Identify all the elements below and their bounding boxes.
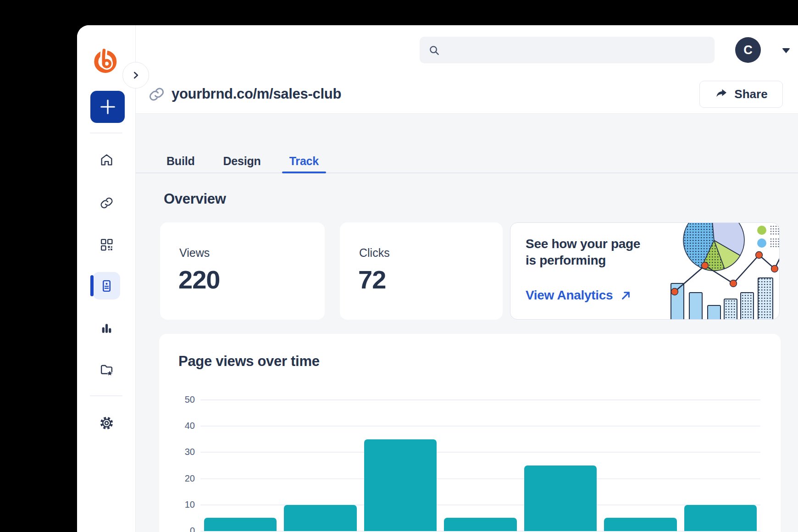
chart-bar — [604, 518, 676, 531]
search-icon — [428, 44, 440, 56]
sidebar-item-campaigns[interactable] — [93, 355, 120, 383]
clicks-stat-card: Clicks 72 — [340, 222, 503, 320]
share-icon — [715, 89, 728, 100]
sidebar-divider — [90, 133, 122, 133]
pages-icon — [100, 279, 114, 293]
gridline — [200, 504, 760, 505]
clicks-label: Clicks — [359, 246, 390, 260]
page-views-chart-card: Page views over time 01020304050 — [159, 334, 781, 532]
plus-icon — [99, 98, 116, 116]
share-button[interactable]: Share — [699, 81, 783, 108]
sidebar-item-links[interactable] — [93, 189, 120, 216]
chart-bar — [684, 505, 757, 531]
create-new-button[interactable] — [90, 91, 125, 123]
content-area: Build Design Track Overview Views 220 Cl… — [135, 114, 798, 532]
tab-design[interactable]: Design — [223, 150, 261, 172]
bitly-logo-icon — [93, 47, 119, 74]
active-item-indicator — [90, 275, 94, 296]
search-box[interactable] — [420, 37, 715, 63]
sidebar-item-settings[interactable] — [93, 409, 120, 437]
chart-plot: 01020304050 — [200, 400, 760, 531]
views-value: 220 — [178, 265, 220, 294]
page-url-title: yourbrnd.co/m/sales-club — [172, 86, 341, 102]
sidebar-item-analytics[interactable] — [93, 314, 120, 342]
search-input[interactable] — [446, 44, 706, 56]
sidebar — [77, 25, 136, 532]
chart-bar — [524, 466, 597, 531]
sidebar-divider — [90, 395, 122, 396]
link-icon — [100, 196, 114, 210]
app-window: C yourbrnd.co/m/sales-club Share Build D… — [77, 25, 798, 532]
qr-code-icon — [100, 238, 114, 252]
tab-bar: Build Design Track — [135, 150, 798, 173]
gear-icon — [100, 416, 114, 430]
sidebar-item-qr-codes[interactable] — [93, 231, 120, 258]
analytics-illustration — [659, 223, 779, 319]
chart-bar — [204, 518, 277, 531]
gridline — [200, 478, 760, 479]
tab-build[interactable]: Build — [166, 150, 195, 172]
sidebar-expand-button[interactable] — [122, 62, 149, 89]
overview-heading: Overview — [164, 191, 226, 207]
gridline — [200, 399, 760, 400]
screen: { "colors": { "brand_orange": "#EE6123",… — [0, 0, 798, 532]
y-axis-tick-label: 0 — [173, 526, 195, 532]
view-analytics-label: View Analytics — [526, 288, 613, 303]
view-analytics-link[interactable]: View Analytics — [526, 288, 632, 303]
arrow-up-right-icon — [620, 290, 632, 301]
sidebar-item-home[interactable] — [93, 146, 120, 173]
chart-title: Page views over time — [178, 353, 320, 370]
y-axis-tick-label: 20 — [173, 473, 195, 484]
promo-text-line1: See how your page — [526, 237, 640, 251]
clicks-value: 72 — [358, 265, 386, 294]
folder-star-icon — [100, 362, 114, 377]
chart-bar — [284, 505, 356, 531]
sidebar-item-pages[interactable] — [93, 272, 120, 299]
y-axis-tick-label: 40 — [173, 421, 195, 431]
avatar[interactable]: C — [735, 37, 761, 63]
y-axis-tick-label: 30 — [173, 447, 195, 457]
views-label: Views — [179, 246, 210, 260]
gridline — [200, 426, 760, 427]
y-axis-tick-label: 10 — [173, 499, 195, 510]
bar-chart-icon — [100, 321, 114, 335]
y-axis-tick-label: 50 — [173, 394, 195, 405]
views-stat-card: Views 220 — [160, 222, 325, 320]
link-icon — [148, 86, 165, 103]
analytics-promo-card: See how your page is performing View Ana… — [510, 222, 780, 320]
page-header: yourbrnd.co/m/sales-club Share — [135, 75, 798, 114]
tab-track[interactable]: Track — [289, 150, 319, 172]
home-icon — [100, 153, 114, 167]
chevron-right-icon — [130, 69, 142, 81]
topbar: C — [135, 25, 798, 75]
chart-bar — [364, 439, 437, 531]
promo-text-line2: is performing — [526, 253, 606, 268]
share-button-label: Share — [734, 87, 767, 101]
bitly-logo[interactable] — [93, 47, 119, 74]
gridline — [200, 452, 760, 453]
chart-bar — [444, 518, 516, 531]
account-caret-icon[interactable] — [782, 48, 790, 53]
